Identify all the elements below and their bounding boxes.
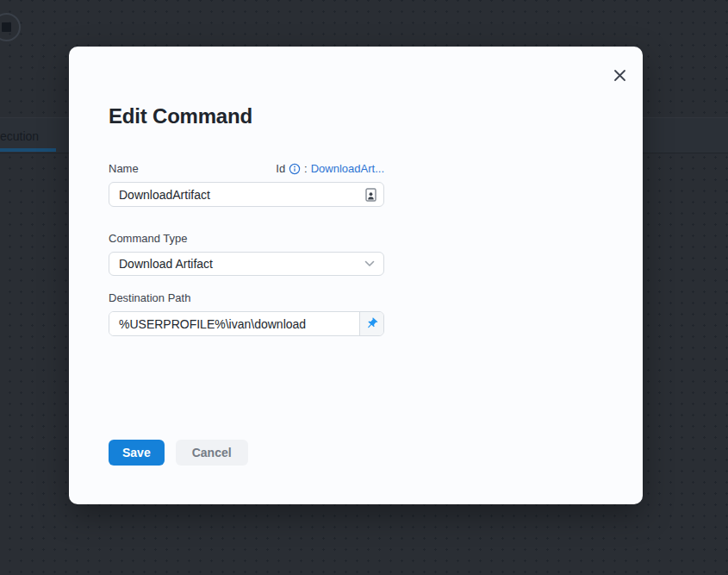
stop-square-icon bbox=[2, 22, 11, 32]
pushpin-icon bbox=[363, 315, 381, 333]
canvas-background: ecution Edit Command Name Id bbox=[0, 0, 728, 575]
name-field: Name Id : DownloadArt... bbox=[109, 162, 384, 207]
id-label: Id bbox=[276, 162, 285, 176]
save-button[interactable]: Save bbox=[109, 440, 165, 466]
edit-command-modal: Edit Command Name Id : bbox=[69, 47, 643, 504]
contact-autofill-icon bbox=[365, 188, 376, 202]
close-icon bbox=[613, 69, 626, 82]
close-button[interactable] bbox=[609, 65, 630, 85]
modal-actions: Save Cancel bbox=[109, 440, 384, 466]
destination-path-field: Destination Path bbox=[109, 291, 384, 336]
tab-execution-label: ecution bbox=[0, 129, 39, 143]
command-id-group: Id : DownloadArt... bbox=[276, 162, 384, 176]
command-type-field: Command Type Download Artifact bbox=[109, 232, 384, 276]
edit-command-form: Name Id : DownloadArt... bbox=[109, 162, 384, 466]
destination-path-input[interactable] bbox=[109, 312, 359, 335]
command-id-link[interactable]: DownloadArt... bbox=[311, 162, 384, 176]
name-label: Name bbox=[109, 162, 139, 176]
name-input[interactable] bbox=[109, 182, 384, 207]
command-type-select[interactable]: Download Artifact bbox=[109, 252, 384, 276]
info-circle-icon[interactable] bbox=[289, 163, 301, 175]
command-type-label: Command Type bbox=[109, 232, 188, 246]
modal-title: Edit Command bbox=[109, 104, 603, 128]
stop-button[interactable] bbox=[0, 13, 21, 41]
chevron-down-icon bbox=[364, 260, 375, 267]
command-type-selected-value: Download Artifact bbox=[119, 257, 213, 271]
pin-button[interactable] bbox=[359, 312, 383, 335]
cancel-button[interactable]: Cancel bbox=[176, 440, 248, 466]
id-separator: : bbox=[304, 162, 308, 176]
destination-path-label: Destination Path bbox=[109, 291, 190, 305]
tab-active-indicator bbox=[0, 148, 56, 152]
